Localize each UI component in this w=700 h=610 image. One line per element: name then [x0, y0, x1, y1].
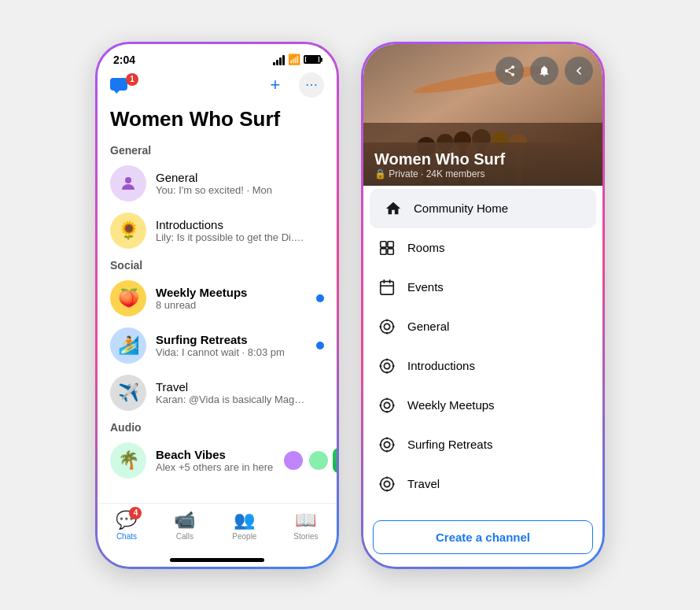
menu-item-beach-vibes[interactable]: Beach Vibes: [363, 504, 602, 514]
nav-people[interactable]: 👥 People: [232, 510, 256, 541]
chat-name: Beach Vibes: [156, 448, 273, 461]
menu-label: Introductions: [407, 359, 475, 372]
svg-point-43: [386, 358, 389, 360]
svg-point-55: [386, 437, 389, 439]
svg-point-1: [125, 177, 131, 183]
svg-point-47: [381, 398, 394, 412]
right-phone: Women Who Surf 🔒 Private · 24K members C…: [361, 42, 605, 569]
list-item[interactable]: 🌴 Beach Vibes Alex +5 others are in here: [98, 437, 337, 484]
svg-rect-30: [388, 248, 393, 253]
chat-info: Travel Karan: @Vida is basically Maguyve…: [156, 380, 324, 405]
general-channel-icon: [376, 316, 398, 338]
nav-stories[interactable]: 📖 Stories: [293, 510, 318, 541]
menu-label: Events: [407, 280, 444, 294]
svg-rect-29: [381, 248, 386, 253]
list-item[interactable]: 🍑 Weekly Meetups 8 unread: [98, 275, 337, 322]
back-button[interactable]: [565, 57, 593, 85]
status-bar: 2:04 📶: [98, 44, 337, 69]
list-item[interactable]: 🌻 Introductions Lily: Is it possible to …: [98, 207, 337, 254]
chat-preview: 8 unread: [156, 299, 305, 311]
menu-item-community-home[interactable]: Community Home: [370, 189, 596, 228]
menu-item-rooms[interactable]: Rooms: [363, 228, 602, 268]
menu-label: Travel: [407, 477, 440, 490]
rooms-icon: [376, 237, 398, 259]
chat-info: Surfing Retreats Vida: I cannot wait · 8…: [156, 333, 307, 358]
svg-point-49: [386, 397, 389, 400]
share-button[interactable]: [496, 57, 524, 85]
svg-rect-31: [381, 281, 394, 294]
menu-item-weekly-meetups[interactable]: Weekly Meetups: [363, 386, 602, 425]
svg-rect-27: [381, 241, 386, 246]
menu-item-events[interactable]: Events: [363, 268, 602, 307]
unread-indicator: [316, 342, 324, 349]
menu-item-introductions[interactable]: Introductions: [363, 346, 602, 386]
stories-icon: 📖: [295, 510, 316, 531]
svg-point-45: [379, 364, 381, 367]
status-icons: 📶: [273, 54, 321, 65]
compose-button[interactable]: +: [263, 72, 288, 98]
menu-list: Community Home Rooms Events: [363, 186, 602, 514]
create-channel-button[interactable]: Create a channel: [373, 520, 593, 554]
svg-point-36: [384, 323, 389, 329]
svg-point-57: [379, 443, 381, 445]
section-general-label: General: [98, 139, 337, 160]
svg-point-35: [381, 320, 394, 333]
nav-calls[interactable]: 📹 Calls: [174, 510, 195, 541]
hero-image: Women Who Surf 🔒 Private · 24K members: [363, 44, 602, 186]
chat-info: Introductions Lily: Is it possible to ge…: [156, 218, 324, 243]
top-bar: 1 + ⋯: [98, 69, 337, 104]
svg-point-37: [386, 319, 389, 321]
nav-people-label: People: [232, 532, 256, 541]
wifi-icon: 📶: [288, 54, 300, 65]
weekly-meetups-channel-icon: [376, 394, 398, 416]
svg-point-42: [384, 363, 389, 368]
audio-wave-icon: [333, 448, 337, 473]
section-social-label: Social: [98, 254, 337, 275]
list-item[interactable]: ✈️ Travel Karan: @Vida is basically Magu…: [98, 369, 337, 416]
home-icon: [382, 198, 404, 220]
list-item[interactable]: General You: I'm so excited! · Mon: [98, 160, 337, 207]
avatar: 🌻: [110, 213, 146, 249]
time: 2:04: [113, 54, 135, 66]
group-meta: 🔒 Private · 24K members: [374, 168, 591, 179]
notifications-button[interactable]: [530, 57, 558, 85]
left-phone: 2:04 📶: [95, 42, 339, 569]
svg-point-51: [379, 404, 381, 406]
chat-info: Beach Vibes Alex +5 others are in here: [156, 448, 273, 473]
menu-item-surfing-retreats[interactable]: Surfing Retreats: [363, 425, 602, 464]
svg-point-39: [379, 325, 381, 327]
surfing-retreats-channel-icon: [376, 434, 398, 456]
svg-point-50: [386, 410, 389, 412]
chat-preview: Vida: I cannot wait · 8:03 pm: [156, 346, 305, 358]
avatar: ✈️: [110, 375, 146, 411]
svg-point-62: [386, 489, 389, 491]
nav-calls-label: Calls: [176, 532, 193, 541]
hero-nav: [496, 57, 593, 85]
svg-point-64: [392, 482, 395, 485]
menu-item-general[interactable]: General: [363, 307, 602, 346]
menu-item-travel[interactable]: Travel: [363, 464, 602, 504]
svg-rect-28: [388, 241, 393, 246]
svg-point-61: [386, 476, 389, 479]
active-users: [282, 448, 337, 473]
chats-badge: 4: [129, 507, 142, 519]
more-button[interactable]: ⋯: [299, 72, 324, 98]
people-icon: 👥: [234, 510, 255, 531]
list-item[interactable]: 🏄 Surfing Retreats Vida: I cannot wait ·…: [98, 322, 337, 369]
svg-point-52: [392, 404, 395, 406]
chat-name: Travel: [156, 380, 324, 394]
chat-preview: You: I'm so excited! · Mon: [156, 184, 305, 196]
nav-chats[interactable]: 💬 4 Chats: [116, 510, 137, 541]
svg-line-25: [508, 72, 512, 74]
svg-point-53: [381, 438, 394, 451]
chat-name: Surfing Retreats: [156, 333, 307, 346]
svg-point-22: [511, 65, 514, 68]
beach-vibes-channel-icon: [376, 512, 398, 514]
calls-icon: 📹: [174, 510, 195, 531]
svg-point-40: [392, 325, 395, 327]
chat-preview: Lily: Is it possible to get the Di... · …: [156, 231, 305, 243]
chat-name: Weekly Meetups: [156, 286, 307, 299]
chat-icon-container: 1: [110, 76, 132, 94]
svg-point-41: [381, 359, 394, 372]
avatar: [110, 165, 146, 201]
